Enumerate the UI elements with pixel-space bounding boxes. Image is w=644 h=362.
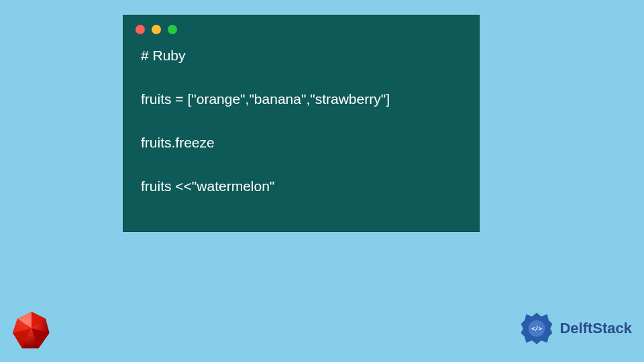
code-content: # Ruby fruits = ["orange","banana","stra… (123, 38, 479, 211)
delftstack-logo: </> DelftStack (518, 310, 632, 347)
delftstack-badge-icon: </> (518, 310, 555, 347)
maximize-icon[interactable] (168, 25, 177, 34)
svg-text:</>: </> (531, 325, 542, 332)
delftstack-brand-text: DelftStack (559, 320, 632, 337)
code-window: # Ruby fruits = ["orange","banana","stra… (123, 15, 480, 232)
window-traffic-lights (123, 15, 479, 38)
close-icon[interactable] (136, 25, 145, 34)
ruby-logo-icon (8, 307, 55, 354)
minimize-icon[interactable] (152, 25, 161, 34)
